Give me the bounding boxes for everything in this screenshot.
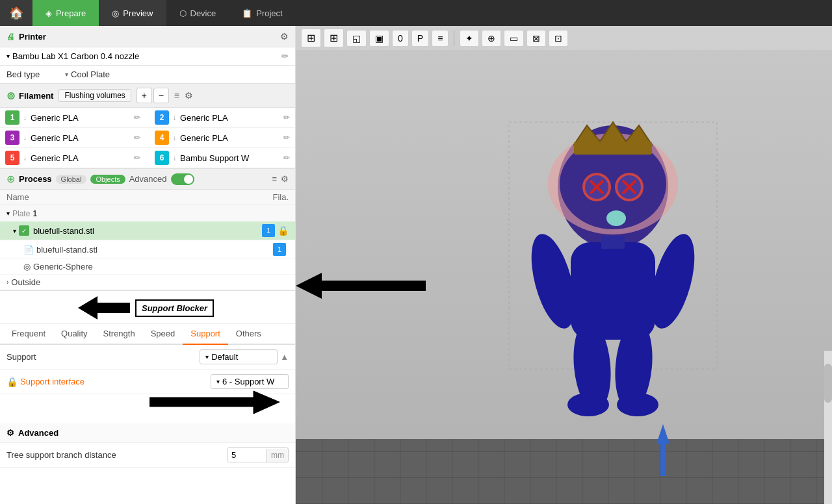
- filament-edit-5[interactable]: ✏: [134, 153, 140, 162]
- sphere-name: Generic-Sphere: [33, 262, 93, 271]
- support-expand-icon[interactable]: ▲: [280, 352, 289, 362]
- sphere-row[interactable]: ◎ Generic-Sphere: [0, 259, 295, 275]
- preview-label: Preview: [123, 8, 153, 18]
- tab-preview[interactable]: ◎ Preview: [99, 0, 166, 26]
- support-dropdown[interactable]: ▾ Default: [200, 349, 278, 364]
- annotation-area: Support Blocker: [0, 291, 295, 323]
- p-button[interactable]: P: [411, 30, 429, 47]
- object-checkbox[interactable]: ✓: [19, 225, 29, 236]
- support-button[interactable]: ⊕: [482, 30, 501, 47]
- si-dropdown-arrow: ▾: [216, 378, 220, 385]
- filament-remove-button[interactable]: −: [153, 88, 169, 103]
- global-tag[interactable]: Global: [56, 175, 87, 184]
- outside-label: Outside: [11, 277, 40, 287]
- grid-floor: [296, 439, 832, 504]
- cut-button[interactable]: ▭: [504, 30, 524, 47]
- support-interface-lock-icon: 🔒: [6, 377, 18, 387]
- tab-frequent[interactable]: Frequent: [4, 323, 53, 344]
- filament-add-button[interactable]: +: [136, 88, 152, 103]
- orient-button[interactable]: ◱: [346, 30, 367, 47]
- child-row[interactable]: 📄 bluefull-stand.stl 1: [0, 240, 295, 259]
- object-row-main[interactable]: ▾ ✓ bluefull-stand.stl 1 🔒: [0, 221, 295, 240]
- tree-support-value: mm: [227, 447, 289, 462]
- svg-marker-1: [150, 391, 280, 414]
- tree-support-number[interactable]: [228, 448, 266, 462]
- filament-edit-4[interactable]: ✏: [283, 133, 290, 142]
- svg-rect-19: [601, 236, 625, 249]
- tree-support-input[interactable]: mm: [227, 447, 289, 462]
- objects-tag[interactable]: Objects: [90, 175, 125, 184]
- name-column-header: Name: [6, 192, 250, 202]
- list-icon[interactable]: ≡: [272, 174, 277, 184]
- grid-view-button[interactable]: ⊞: [324, 29, 344, 47]
- viewport-toolbar: ⊞ ⊞ ◱ ▣ 0 P ≡ ✦ ⊕ ▭ ⊠ ⊡: [296, 26, 832, 50]
- filament-edit-1[interactable]: ✏: [134, 113, 140, 122]
- settings-icon[interactable]: ⚙: [281, 174, 289, 184]
- child-name: bluefull-stand.stl: [36, 245, 273, 255]
- num-button[interactable]: 0: [392, 30, 409, 47]
- scrollbar-thumb[interactable]: [824, 364, 832, 403]
- tab-prepare[interactable]: ◈ Prepare: [32, 0, 99, 26]
- measure-button[interactable]: ⊠: [526, 30, 546, 47]
- main-layout: 🖨 Printer ⚙ ▾ Bambu Lab X1 Carbon 0.4 no…: [0, 26, 832, 504]
- filament-list-icon[interactable]: ≡: [174, 90, 179, 101]
- tab-support[interactable]: Support: [183, 323, 228, 345]
- filament-name-6: Bambu Support W: [180, 153, 280, 163]
- table-header: Name Fila.: [0, 190, 295, 205]
- filament-name-3: Generic PLA: [31, 133, 130, 143]
- filament-edit-6[interactable]: ✏: [283, 153, 290, 162]
- tab-strength[interactable]: Strength: [96, 323, 143, 344]
- object-chevron: ▾: [13, 227, 16, 234]
- advanced-settings-header: ⚙ Advanced: [0, 423, 295, 443]
- chevron-down-icon: ▾: [6, 53, 10, 60]
- support-value: ▾ Default ▲: [200, 349, 289, 364]
- add-object-button[interactable]: ⊞: [301, 29, 321, 47]
- 3d-viewport[interactable]: ⊞ ⊞ ◱ ▣ 0 P ≡ ✦ ⊕ ▭ ⊠ ⊡: [296, 26, 832, 504]
- home-button[interactable]: 🏠: [0, 0, 32, 26]
- flushing-volumes-button[interactable]: Flushing volumes: [58, 89, 131, 102]
- support-dropdown-arrow: ▾: [205, 353, 209, 360]
- advanced-label: Advanced: [129, 174, 167, 184]
- home-icon: 🏠: [9, 6, 23, 20]
- support-interface-dropdown[interactable]: ▾ 6 - Support W: [211, 374, 289, 389]
- tab-quality[interactable]: Quality: [53, 323, 95, 344]
- layers-button[interactable]: ≡: [432, 30, 448, 47]
- filament-row-5-6: 5 ↓ Generic PLA ✏ 6 ↓ Bambu Support W ✏: [0, 148, 295, 168]
- support-blocker-annotation: Support Blocker: [78, 296, 214, 320]
- tab-others[interactable]: Others: [228, 323, 269, 344]
- filament-name-1: Generic PLA: [31, 113, 130, 123]
- move-button[interactable]: ✦: [460, 30, 479, 47]
- plate-number: 1: [32, 208, 37, 218]
- arrange-button[interactable]: ▣: [369, 30, 389, 47]
- outside-row[interactable]: › Outside: [0, 275, 295, 290]
- printer-edit-icon[interactable]: ✏: [281, 51, 289, 61]
- gear-settings-icon: ⚙: [6, 428, 14, 438]
- filament-settings-icon[interactable]: ⚙: [185, 90, 193, 101]
- tab-device[interactable]: ⬡ Device: [166, 0, 229, 26]
- objects-table: Name Fila. ▾ Plate 1 ▾ ✓ bluefull-stand.…: [0, 190, 295, 291]
- process-title: Process: [19, 174, 52, 184]
- viewport-scrollbar[interactable]: [824, 351, 832, 504]
- printer-icon: 🖨: [6, 32, 15, 42]
- fit-button[interactable]: ⊡: [549, 30, 568, 47]
- settings-area: Support ▾ Default ▲ 🔒 Support interface: [0, 345, 295, 504]
- filament-arrow-6: ↓: [173, 155, 176, 162]
- support-interface-label: 🔒 Support interface: [6, 377, 211, 387]
- filament-edit-2[interactable]: ✏: [283, 113, 290, 122]
- tab-speed[interactable]: Speed: [143, 323, 183, 344]
- plate-row[interactable]: ▾ Plate 1: [0, 205, 295, 221]
- si-value-text: 6 - Support W: [222, 377, 274, 386]
- tab-project[interactable]: 📋 Project: [229, 0, 295, 26]
- tree-support-row: Tree support branch distance mm: [0, 443, 295, 468]
- printer-settings-icon[interactable]: ⚙: [280, 31, 289, 42]
- project-label: Project: [256, 8, 282, 18]
- advanced-settings-label: Advanced: [18, 428, 58, 438]
- advanced-toggle[interactable]: [171, 173, 194, 185]
- filament-color-badge-child: 1: [273, 243, 286, 256]
- filament-plus-minus: + −: [136, 88, 169, 103]
- preview-icon: ◎: [112, 8, 119, 18]
- filament-edit-3[interactable]: ✏: [134, 133, 140, 142]
- printer-section-header: 🖨 Printer ⚙: [0, 26, 295, 47]
- svg-point-24: [567, 393, 609, 416]
- bed-type-value[interactable]: ▾ Cool Plate: [65, 69, 110, 79]
